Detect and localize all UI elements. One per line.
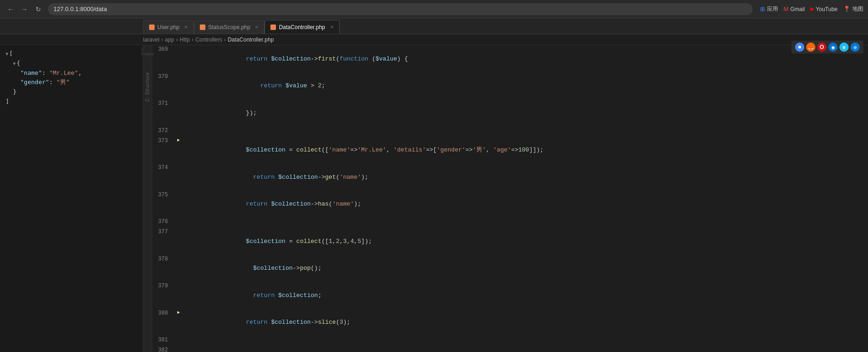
line-gutter <box>175 99 185 127</box>
line-number: 378 <box>152 255 175 282</box>
tab-statusscope-close[interactable]: ✕ <box>255 24 258 30</box>
breadcrumb-sep1: › <box>161 36 163 43</box>
table-row: 380 ▶ return $collection->slice(3); <box>152 309 868 336</box>
line-number: 375 <box>152 191 175 218</box>
breakpoint-arrow: ▶ <box>177 138 180 143</box>
line-gutter <box>175 336 185 346</box>
json-line-gender: "gender": "男" <box>6 78 137 87</box>
line-number: 381 <box>152 336 175 346</box>
table-row: 376 <box>152 218 868 228</box>
table-row: 372 <box>152 127 868 137</box>
line-gutter <box>175 45 185 73</box>
table-row: 375 return $collection->has('name'); <box>152 191 868 218</box>
tree-arrow-2[interactable]: ▼ <box>13 61 16 66</box>
bookmark-gmail[interactable]: M Gmail <box>784 6 805 12</box>
line-number: 369 <box>152 45 175 73</box>
structure-label: Z: Structure <box>145 72 150 102</box>
svg-point-1 <box>798 46 801 49</box>
line-code: return $collection->has('name'); <box>185 191 868 218</box>
tab-datacontroller-close[interactable]: ✕ <box>330 24 334 30</box>
edge-icon[interactable]: ⊕ <box>850 42 860 52</box>
breadcrumb-sep2: › <box>176 36 178 43</box>
back-button[interactable]: ← <box>5 3 17 15</box>
line-code: $collection = collect([3,55,7,2,1,9]); <box>185 346 868 352</box>
line-code: return $collection->get('name'); <box>185 164 868 191</box>
address-bar[interactable] <box>48 3 753 15</box>
breadcrumb-sep4: › <box>224 36 226 43</box>
line-number: 374 <box>152 164 175 191</box>
line-code <box>185 218 868 228</box>
breadcrumb-sep3: › <box>192 36 193 43</box>
line-number: 382 <box>152 346 175 352</box>
line-gutter <box>175 127 185 137</box>
line-code <box>185 336 868 346</box>
table-row: 370 return $value > 2; <box>152 73 868 100</box>
json-line-close-arr: ] <box>6 97 137 107</box>
browser-bar: ← → ↻ ⊞ 应用 M Gmail ▶ YouTube 📍 地图 <box>0 0 868 18</box>
json-line-close-obj: } <box>6 87 137 97</box>
editor-gutter-strip: Z: Structure 1: Project <box>143 45 152 352</box>
table-row: 382 $collection = collect([3,55,7,2,1,9]… <box>152 346 868 352</box>
breadcrumb-file[interactable]: DataController.php <box>227 36 274 43</box>
json-line-name: "name": "Mr.Lee", <box>6 68 137 78</box>
line-code: $collection = collect(['name'=>'Mr.Lee',… <box>185 137 868 164</box>
line-gutter <box>175 228 185 255</box>
tab-statusscope[interactable]: StatusScope.php ✕ <box>194 20 264 34</box>
line-code: return $collection; <box>185 282 868 309</box>
code-editor[interactable]: 369 return $collection->first(function (… <box>152 45 868 352</box>
line-code: return $value > 2; <box>185 73 868 100</box>
line-gutter <box>175 282 185 309</box>
browser-icons-panel: 🦊 O ◉ e ⊕ <box>791 41 863 54</box>
breadcrumb-controllers[interactable]: Controllers <box>195 36 222 43</box>
breadcrumb-app[interactable]: app <box>165 36 174 43</box>
ie-icon[interactable]: e <box>839 42 849 52</box>
line-number: 380 <box>152 309 175 336</box>
line-number: 370 <box>152 73 175 100</box>
firefox-icon[interactable]: 🦊 <box>806 42 815 52</box>
bookmark-youtube-label: YouTube <box>816 6 838 12</box>
table-row: 379 return $collection; <box>152 282 868 309</box>
json-line-1: ▼[ <box>6 49 137 59</box>
table-row: 377 $collection = collect([1,2,3,4,5]); <box>152 228 868 255</box>
breadcrumb-http[interactable]: Http <box>180 36 190 43</box>
line-number: 379 <box>152 282 175 309</box>
left-panel: ▼[ ▼{ "name": "Mr.Lee", "gender": "男" } … <box>0 45 143 352</box>
bookmark-youtube[interactable]: ▶ YouTube <box>810 6 838 12</box>
bookmarks: ⊞ 应用 M Gmail ▶ YouTube 📍 地图 <box>760 5 863 13</box>
forward-button[interactable]: → <box>18 3 30 15</box>
line-code <box>185 127 868 137</box>
line-number: 371 <box>152 99 175 127</box>
tree-arrow[interactable]: ▼ <box>6 51 8 56</box>
line-code: return $collection->slice(3); <box>185 309 868 336</box>
line-code: return $collection->first(function ($val… <box>185 45 868 73</box>
table-row: 381 <box>152 336 868 346</box>
refresh-button[interactable]: ↻ <box>32 3 44 15</box>
nav-buttons: ← → ↻ <box>5 3 44 15</box>
bookmark-apps[interactable]: ⊞ 应用 <box>760 5 778 13</box>
line-gutter <box>175 73 185 100</box>
opera-icon[interactable]: O <box>817 42 826 52</box>
tab-user[interactable]: User.php ✕ <box>143 20 194 34</box>
tab-datacontroller[interactable]: DataController.php ✕ <box>264 20 339 34</box>
table-row: 378 $collection->pop(); <box>152 255 868 282</box>
safari-icon[interactable]: ◉ <box>828 42 838 52</box>
table-row: 371 }); <box>152 99 868 127</box>
tab-datacontroller-label: DataController.php <box>279 24 325 30</box>
tab-user-close[interactable]: ✕ <box>184 24 188 30</box>
json-line-2: ▼{ <box>6 59 137 68</box>
tab-statusscope-label: StatusScope.php <box>208 24 250 30</box>
breadcrumb-laravel[interactable]: laravel <box>143 36 159 43</box>
line-number: 373 <box>152 137 175 164</box>
breadcrumb: laravel › app › Http › Controllers › Dat… <box>0 34 868 45</box>
tabs-bar: User.php ✕ StatusScope.php ✕ DataControl… <box>0 18 868 34</box>
bookmark-maps[interactable]: 📍 地图 <box>843 5 863 13</box>
bookmark-apps-label: 应用 <box>767 5 778 13</box>
line-number: 376 <box>152 218 175 228</box>
line-number: 377 <box>152 228 175 255</box>
main-layout: ▼[ ▼{ "name": "Mr.Lee", "gender": "男" } … <box>0 45 868 352</box>
chrome-icon[interactable] <box>795 42 804 52</box>
table-row: 373 ▶ $collection = collect(['name'=>'Mr… <box>152 137 868 164</box>
line-gutter <box>175 191 185 218</box>
line-code: }); <box>185 99 868 127</box>
line-code: $collection->pop(); <box>185 255 868 282</box>
